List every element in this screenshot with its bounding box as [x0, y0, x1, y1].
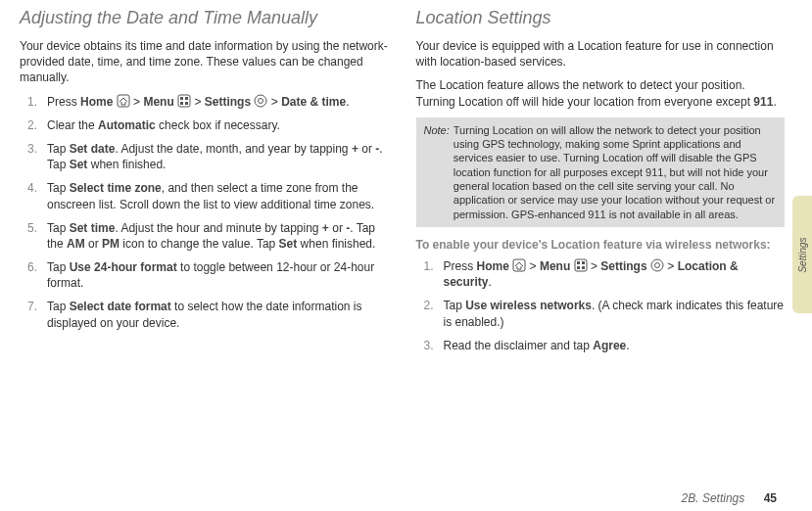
steps-location: 1. Press Home > Menu > Settings > Locati…: [416, 258, 786, 353]
step-3: 3. Tap Set date. Adjust the date, month,…: [33, 141, 389, 172]
heading-date-time: Adjusting the Date and Time Manually: [20, 8, 389, 28]
settings-icon: [254, 94, 267, 108]
set-time-label: Set time: [70, 221, 116, 235]
agree-label: Agree: [593, 339, 626, 352]
note-box: Note: Turning Location on will allow the…: [416, 117, 786, 227]
svg-rect-5: [185, 102, 188, 105]
set-label: Set: [70, 158, 88, 171]
svg-point-15: [654, 263, 659, 268]
settings-label: Settings: [205, 95, 251, 109]
select-time-zone-label: Select time zone: [70, 181, 162, 195]
footer-section: 2B. Settings: [682, 491, 745, 505]
svg-rect-11: [582, 261, 585, 264]
page-footer: 2B. Settings 45: [682, 491, 777, 505]
set-date-label: Set date: [70, 142, 116, 156]
svg-rect-1: [178, 95, 190, 107]
svg-rect-2: [180, 97, 183, 100]
pm-label: PM: [102, 237, 119, 251]
step-1: 1. Press Home > Menu > Settings > Date &…: [33, 94, 389, 110]
section-tab-label: Settings: [797, 237, 808, 272]
intro-date-time: Your device obtains its time and date in…: [20, 38, 389, 86]
location-p2: The Location feature allows the network …: [416, 77, 786, 109]
svg-rect-9: [575, 259, 587, 271]
svg-point-7: [259, 98, 263, 103]
svg-rect-12: [577, 266, 580, 269]
loc-step-1: 1. Press Home > Menu > Settings > Locati…: [430, 258, 786, 290]
automatic-label: Automatic: [98, 118, 156, 132]
menu-label: Menu: [143, 95, 173, 109]
svg-rect-4: [180, 102, 183, 105]
menu-icon: [574, 258, 588, 272]
am-label: AM: [67, 237, 85, 251]
911-label: 911: [753, 95, 773, 109]
menu-icon: [177, 94, 191, 108]
svg-rect-10: [577, 261, 580, 264]
svg-rect-3: [185, 97, 188, 100]
svg-rect-13: [582, 266, 585, 269]
svg-point-6: [255, 95, 266, 107]
step-6: 6. Tap Use 24-hour format to toggle betw…: [33, 259, 389, 291]
note-text: Turning Location on will allow the netwo…: [454, 123, 777, 221]
loc-step-3: 3. Read the disclaimer and tap Agree.: [430, 338, 786, 353]
right-column: Location Settings Your device is equippe…: [416, 8, 786, 361]
home-label: Home: [80, 95, 113, 109]
svg-point-14: [651, 259, 663, 271]
left-column: Adjusting the Date and Time Manually You…: [20, 8, 389, 361]
use-24h-label: Use 24-hour format: [70, 260, 177, 274]
select-date-format-label: Select date format: [70, 300, 171, 313]
date-time-label: Date & time: [281, 95, 346, 109]
settings-icon: [650, 258, 664, 272]
note-label: Note:: [424, 123, 450, 221]
step-2: 2. Clear the Automatic check box if nece…: [33, 117, 389, 133]
enable-lead: To enable your device's Location feature…: [416, 237, 786, 253]
step-4: 4. Tap Select time zone, and then select…: [33, 180, 389, 211]
loc-step-2: 2. Tap Use wireless networks. (A check m…: [430, 298, 786, 329]
step-7: 7. Tap Select date format to select how …: [33, 299, 389, 330]
home-icon: [117, 94, 130, 108]
page-columns: Adjusting the Date and Time Manually You…: [20, 8, 785, 361]
location-p1: Your device is equipped with a Location …: [416, 38, 786, 70]
steps-date-time: 1. Press Home > Menu > Settings > Date &…: [20, 94, 389, 331]
footer-page-number: 45: [764, 491, 777, 505]
home-icon: [512, 258, 526, 272]
section-tab: Settings: [792, 196, 812, 313]
step-5: 5. Tap Set time. Adjust the hour and min…: [33, 220, 389, 252]
use-wireless-label: Use wireless networks: [465, 299, 592, 312]
heading-location: Location Settings: [416, 8, 786, 28]
